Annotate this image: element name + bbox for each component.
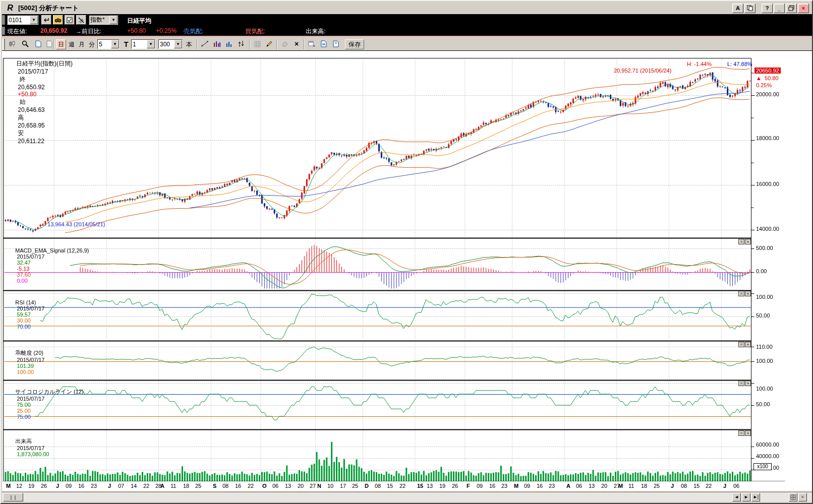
date-axis: M121926J091623J07142228A111825S081622O06…: [2, 482, 813, 490]
panel-close-button[interactable]: ×: [745, 239, 751, 244]
chevron-down-icon[interactable]: ▼: [174, 40, 182, 48]
minute-select[interactable]: 5 ▼: [97, 39, 120, 49]
chart-canvas[interactable]: [3, 52, 811, 481]
toolbar-grip[interactable]: [3, 39, 5, 50]
bars-unit-label: 本: [185, 39, 194, 49]
trendline-button[interactable]: [200, 39, 210, 49]
bars-select[interactable]: 300 ▼: [158, 39, 183, 49]
page-icon: [333, 40, 339, 47]
xaxis-label: 22: [399, 483, 405, 489]
xaxis-label: 06: [733, 483, 739, 489]
xaxis-label: 15: [387, 483, 393, 489]
help-button[interactable]: ?: [762, 4, 773, 13]
xaxis-label: 08: [375, 483, 381, 489]
xaxis-label: 22: [143, 483, 149, 489]
panel-minimize-button[interactable]: =: [738, 291, 744, 296]
zoom-button[interactable]: [20, 39, 30, 49]
panel-close-button[interactable]: ×: [745, 291, 751, 296]
delete-all-button[interactable]: ×: [292, 39, 302, 49]
horizontal-scrollbar[interactable]: ◄ ► ►| ×: [2, 492, 813, 502]
price-axis-label: 20000.00: [756, 91, 779, 97]
grid-toggle-button[interactable]: [789, 493, 797, 501]
tick-select[interactable]: 1 ▼: [131, 39, 155, 49]
chevron-down-icon[interactable]: ▼: [30, 16, 38, 24]
kairi-header: 乖離度 (20) 2015/07/17 101.39 100.00: [6, 343, 44, 381]
save-layout-button[interactable]: [319, 39, 329, 49]
xaxis-label: 09: [477, 483, 483, 489]
minimize-button[interactable]: _: [774, 4, 785, 13]
search-button[interactable]: [53, 15, 63, 25]
xaxis-label: N: [317, 483, 321, 489]
period-month-button[interactable]: 月: [77, 39, 86, 49]
candlestick-type-button[interactable]: [7, 39, 17, 49]
psy-axis-label: 50.00: [756, 401, 770, 407]
restore-button[interactable]: [786, 4, 797, 13]
quote-bar: 現在値: 20,650.92 →前日比: +50.80 +0.25% 売気配: …: [2, 26, 813, 37]
xaxis-label: 19: [439, 483, 445, 489]
panel-close-button[interactable]: ×: [745, 342, 751, 347]
ask-label: 売気配:: [184, 27, 203, 36]
erase-button[interactable]: [279, 39, 289, 49]
close-panel-button[interactable]: ×: [798, 493, 807, 501]
sub-chart-button[interactable]: [224, 39, 234, 49]
grid-icon: [254, 41, 261, 47]
period-minute-button[interactable]: 分: [87, 39, 96, 49]
enter-button[interactable]: [41, 15, 51, 25]
scrollbar-thumb[interactable]: [3, 493, 23, 501]
memo-button[interactable]: [65, 15, 75, 25]
xaxis-label: 26: [452, 483, 458, 489]
xaxis-label: 13: [285, 483, 291, 489]
title-bar[interactable]: R [5002] 分析チャート A ? _ ×: [2, 2, 811, 14]
psy-upper: 75.00: [17, 414, 31, 420]
tick-label: T: [123, 39, 130, 49]
grid-button[interactable]: [252, 39, 262, 49]
xaxis-label: 26: [41, 483, 47, 489]
symbol-toolbar: 0101 ▼ 指数* ▼ 日経平均: [2, 14, 813, 26]
load-layout-button[interactable]: [331, 39, 341, 49]
change-pct-value: +0.25%: [156, 27, 177, 34]
macd-value: 32.47: [17, 260, 31, 266]
font-size-button[interactable]: A: [732, 4, 743, 13]
close-button[interactable]: ×: [798, 4, 809, 13]
new-chart-button[interactable]: [33, 39, 43, 49]
scroll-left-button[interactable]: ◄: [732, 493, 741, 501]
xaxis-label: A: [160, 483, 164, 489]
symbol-code-input[interactable]: 0101 ▼: [7, 15, 38, 25]
period-day-button[interactable]: 日: [56, 39, 66, 49]
scale-adjust-button[interactable]: [236, 39, 246, 49]
rsi-header: RSI (14) 2015/07/17 59.57 30.00 70.00: [6, 293, 44, 336]
volume-scale-box: x100: [753, 463, 772, 470]
chevron-down-icon[interactable]: ▼: [147, 40, 155, 48]
scroll-right-button[interactable]: ►: [742, 493, 750, 501]
panel-close-button[interactable]: ×: [745, 430, 751, 436]
xaxis-label: 20: [601, 483, 607, 489]
scroll-end-button[interactable]: ►|: [751, 493, 760, 501]
period-week-button[interactable]: 週: [67, 39, 76, 49]
main-date: 2015/07/17: [18, 68, 48, 75]
save-button[interactable]: 保存: [345, 39, 364, 49]
chevron-down-icon[interactable]: ▼: [111, 40, 119, 48]
category-select[interactable]: 指数* ▼: [89, 15, 118, 25]
xaxis-label: J: [56, 483, 59, 489]
chevron-down-icon[interactable]: ▼: [109, 16, 118, 24]
xaxis-label: 11: [628, 483, 634, 489]
panel-minimize-button[interactable]: =: [738, 342, 744, 347]
copy-window-button[interactable]: [744, 4, 756, 13]
copy-chart-button[interactable]: [44, 39, 54, 49]
toolbar-grip[interactable]: [3, 27, 5, 35]
indicator-add-button[interactable]: [212, 39, 222, 49]
layout-button[interactable]: [307, 39, 317, 49]
panel-minimize-button[interactable]: =: [738, 239, 744, 244]
xaxis-label: M: [514, 483, 518, 489]
panel-minimize-button[interactable]: =: [738, 430, 744, 436]
panel-close-button[interactable]: ×: [745, 381, 751, 386]
panel-minimize-button[interactable]: =: [738, 381, 744, 386]
draw-button[interactable]: [264, 39, 274, 49]
instrument-name: 日経平均: [127, 17, 151, 25]
rsi-lower: 30.00: [17, 318, 31, 324]
xaxis-label: 25: [195, 483, 201, 489]
xaxis-label: 22: [706, 483, 712, 489]
toolbar-grip[interactable]: [3, 15, 5, 25]
xaxis-label: 07: [118, 483, 124, 489]
clear-memo-button[interactable]: [76, 15, 86, 25]
